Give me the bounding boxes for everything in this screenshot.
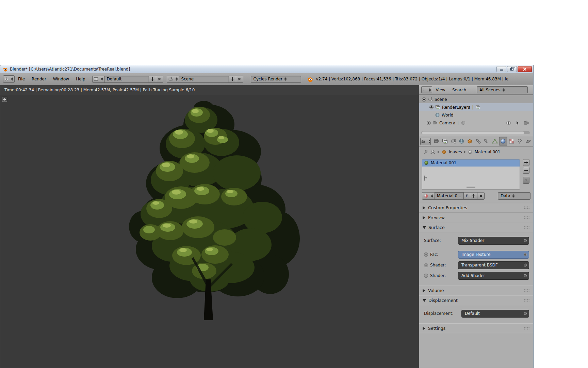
- editor-type-button[interactable]: [3, 75, 15, 83]
- material-slot-expand-icon[interactable]: [424, 175, 425, 181]
- scene-browse-button[interactable]: [167, 76, 179, 83]
- material-link-select[interactable]: Data: [498, 192, 530, 200]
- panel-preview[interactable]: Preview: [419, 213, 533, 223]
- expand-plus-icon[interactable]: [427, 121, 431, 125]
- material-slot-list[interactable]: Material.001: [422, 159, 520, 190]
- displacement-method-select[interactable]: Default: [461, 310, 529, 318]
- render-layers-icon: [442, 138, 448, 144]
- layout-delete-button[interactable]: [156, 76, 163, 83]
- menu-window[interactable]: Window: [50, 75, 72, 83]
- material-preview-icon: [424, 160, 429, 165]
- tab-world[interactable]: [458, 137, 466, 146]
- fac-input-select[interactable]: Image Texture: [458, 251, 529, 259]
- layout-browse-button[interactable]: [92, 76, 104, 83]
- outliner-item-scene[interactable]: Scene: [419, 95, 533, 103]
- collapse-minus-icon[interactable]: [422, 97, 426, 102]
- pin-icon[interactable]: [423, 149, 428, 155]
- panel-custom-properties[interactable]: Custom Properties: [419, 203, 533, 213]
- material-name-field[interactable]: Material.0...: [435, 192, 464, 200]
- scene-add-button[interactable]: [229, 76, 236, 83]
- panel-displacement[interactable]: Displacement: [419, 295, 533, 305]
- outliner-menu-view[interactable]: View: [432, 86, 448, 94]
- surface-row: Surface: Mix Shader: [419, 236, 533, 245]
- panel-drag-grip[interactable]: [524, 216, 530, 219]
- layout-add-button[interactable]: [149, 76, 156, 83]
- selectable-cursor-icon[interactable]: [515, 120, 520, 126]
- layout-name-field[interactable]: Default: [104, 76, 149, 83]
- menu-help[interactable]: Help: [72, 75, 88, 83]
- remove-material-slot-button[interactable]: [523, 167, 529, 174]
- outliner-header: View Search All Scenes: [419, 85, 533, 95]
- render-status-bar: Time:00:42.34 | Remaining:00:28.23 | Mem…: [0, 85, 419, 95]
- outliner-horizontal-scrollbar[interactable]: [421, 131, 530, 134]
- visibility-eye-icon[interactable]: [506, 120, 511, 126]
- surface-shader-select[interactable]: Mix Shader: [458, 237, 529, 245]
- breadcrumb-material[interactable]: Material.001: [475, 150, 500, 154]
- material-specials-button[interactable]: [523, 177, 529, 184]
- panel-settings[interactable]: Settings: [419, 323, 533, 333]
- plus-icon: [151, 77, 154, 81]
- unlink-material-button[interactable]: [477, 192, 485, 200]
- panel-drag-grip[interactable]: [524, 299, 530, 302]
- tab-object-data[interactable]: [491, 137, 499, 146]
- outliner-item-world[interactable]: World: [419, 111, 533, 119]
- menu-file[interactable]: File: [15, 75, 28, 83]
- tab-render-layers[interactable]: [441, 137, 449, 146]
- socket-expand-icon[interactable]: [424, 274, 428, 278]
- minimize-button[interactable]: [496, 66, 506, 72]
- scene-name-field[interactable]: Scene: [179, 76, 229, 83]
- material-slot-selected[interactable]: Material.001: [422, 159, 520, 167]
- window-titlebar[interactable]: Blender* [C:\Users\Atlantic271\Documents…: [0, 65, 533, 73]
- browse-material-button[interactable]: [422, 192, 435, 200]
- render-engine-select[interactable]: Cycles Render: [251, 76, 301, 83]
- tab-physics[interactable]: [524, 137, 532, 146]
- tab-constraints[interactable]: [474, 137, 482, 146]
- new-material-button[interactable]: [470, 192, 477, 200]
- menu-render[interactable]: Render: [28, 75, 50, 83]
- tab-texture[interactable]: [508, 137, 516, 146]
- outliner-editor-type-button[interactable]: [421, 86, 432, 93]
- close-button[interactable]: [518, 66, 532, 72]
- renderable-camera-icon[interactable]: [524, 120, 529, 126]
- render-viewport[interactable]: [0, 95, 419, 368]
- scrollbar-thumb[interactable]: [422, 132, 524, 134]
- scene-delete-button[interactable]: [236, 76, 243, 83]
- add-material-slot-button[interactable]: [523, 159, 529, 166]
- tab-render[interactable]: [432, 137, 440, 146]
- panel-title: Settings: [428, 326, 445, 331]
- panel-drag-grip[interactable]: [524, 206, 530, 209]
- tab-scene[interactable]: [449, 137, 457, 146]
- breadcrumb-object[interactable]: leaves: [449, 150, 462, 154]
- outliner-item-label: World: [442, 113, 453, 118]
- maximize-button[interactable]: [507, 66, 517, 72]
- material-datablock-row: Material.0... F Data: [419, 191, 533, 203]
- chevron-updown-icon: [429, 88, 431, 92]
- renderlayer-render-toggle-icon[interactable]: [475, 105, 480, 110]
- node-tree-icon[interactable]: [430, 149, 436, 155]
- fake-user-button[interactable]: F: [463, 192, 470, 200]
- tab-modifiers[interactable]: [483, 137, 490, 146]
- properties-editor-type-button[interactable]: [420, 138, 431, 145]
- panel-volume[interactable]: Volume: [419, 286, 533, 295]
- panel-drag-grip[interactable]: [524, 226, 530, 229]
- panel-surface[interactable]: Surface: [419, 223, 533, 232]
- renderlayers-icon: [435, 105, 440, 110]
- outliner-item-camera[interactable]: Camera |: [419, 119, 533, 127]
- socket-expand-icon[interactable]: [424, 252, 428, 257]
- expand-plus-icon[interactable]: [429, 105, 434, 109]
- panel-expanded-icon: [423, 299, 426, 302]
- outliner-menu-search[interactable]: Search: [449, 86, 470, 94]
- panel-drag-grip[interactable]: [524, 327, 530, 330]
- tab-material[interactable]: [499, 137, 507, 146]
- list-resize-grip[interactable]: [467, 186, 475, 188]
- region-expand-icon[interactable]: [2, 97, 7, 102]
- panel-drag-grip[interactable]: [524, 289, 530, 292]
- tab-particles[interactable]: [516, 137, 524, 146]
- tab-object[interactable]: [466, 137, 474, 146]
- shader2-input-select[interactable]: Add Shader: [458, 272, 529, 280]
- shader1-input-select[interactable]: Transparent BSDF: [458, 261, 529, 269]
- blender-app-icon: [2, 66, 8, 72]
- outliner-display-mode-select[interactable]: All Scenes: [477, 86, 528, 93]
- outliner-item-renderlayers[interactable]: RenderLayers |: [419, 103, 533, 111]
- socket-expand-icon[interactable]: [424, 263, 428, 267]
